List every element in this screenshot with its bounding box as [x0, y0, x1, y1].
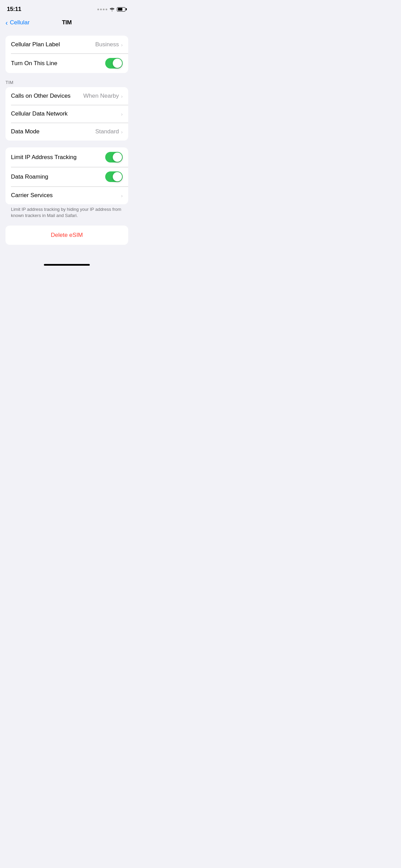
delete-group: Delete eSIM [0, 226, 134, 245]
carrier-services-label: Carrier Services [11, 192, 53, 199]
plan-card: Cellular Plan Label Business › Turn On T… [5, 36, 128, 73]
cellular-data-network-label: Cellular Data Network [11, 110, 68, 117]
calls-on-other-devices-label: Calls on Other Devices [11, 93, 71, 99]
data-roaming-row[interactable]: Data Roaming [5, 167, 128, 186]
plan-group: Cellular Plan Label Business › Turn On T… [0, 36, 134, 73]
limit-ip-tracking-label: Limit IP Address Tracking [11, 154, 77, 161]
home-indicator [0, 257, 134, 269]
battery-icon [117, 7, 127, 12]
back-label: Cellular [10, 19, 30, 26]
delete-esim-label: Delete eSIM [51, 232, 83, 239]
plan-label-value: Business [95, 41, 119, 48]
data-network-chevron-icon: › [121, 111, 123, 117]
nav-bar: ‹ Cellular TIM [0, 16, 134, 30]
tim-section-label: TIM [0, 80, 134, 87]
cellular-plan-label: Cellular Plan Label [11, 41, 60, 48]
status-bar: 15:11 [0, 0, 134, 16]
back-chevron-icon: ‹ [5, 19, 8, 27]
data-mode-row[interactable]: Data Mode Standard › [5, 123, 128, 141]
data-mode-label: Data Mode [11, 128, 39, 135]
limit-ip-tracking-row[interactable]: Limit IP Address Tracking [5, 147, 128, 167]
delete-esim-row[interactable]: Delete eSIM [5, 226, 128, 245]
signal-dots-icon [97, 9, 107, 10]
data-mode-chevron-icon: › [121, 129, 123, 135]
back-button[interactable]: ‹ Cellular [5, 19, 29, 27]
data-roaming-toggle-knob [113, 172, 122, 181]
calls-chevron-icon: › [121, 93, 123, 99]
toggle-knob [113, 59, 122, 68]
tracking-card: Limit IP Address Tracking Data Roaming C… [5, 147, 128, 204]
data-mode-value: Standard [95, 128, 119, 135]
turn-on-line-row[interactable]: Turn On This Line [5, 53, 128, 73]
tracking-group: Limit IP Address Tracking Data Roaming C… [0, 147, 134, 219]
carrier-services-row[interactable]: Carrier Services › [5, 186, 128, 204]
turn-on-line-toggle[interactable] [105, 58, 123, 69]
tim-group: TIM Calls on Other Devices When Nearby ›… [0, 80, 134, 141]
calls-value: When Nearby [83, 93, 119, 99]
data-roaming-label: Data Roaming [11, 173, 48, 180]
carrier-services-chevron-icon: › [121, 193, 123, 198]
cellular-data-network-row[interactable]: Cellular Data Network › [5, 105, 128, 123]
tim-card: Calls on Other Devices When Nearby › Cel… [5, 87, 128, 141]
delete-card: Delete eSIM [5, 226, 128, 245]
content: Cellular Plan Label Business › Turn On T… [0, 30, 134, 257]
tracking-footer: Limit IP address tracking by hiding your… [0, 204, 134, 219]
data-roaming-toggle[interactable] [105, 171, 123, 182]
cellular-plan-label-row[interactable]: Cellular Plan Label Business › [5, 36, 128, 53]
status-icons [97, 7, 127, 12]
limit-ip-toggle-knob [113, 153, 122, 162]
wifi-icon [109, 7, 115, 11]
page-title: TIM [62, 19, 72, 26]
status-time: 15:11 [7, 6, 21, 13]
turn-on-line-label: Turn On This Line [11, 60, 57, 67]
limit-ip-toggle[interactable] [105, 152, 123, 162]
plan-label-chevron-icon: › [121, 42, 123, 48]
calls-on-other-devices-row[interactable]: Calls on Other Devices When Nearby › [5, 87, 128, 105]
home-bar [44, 264, 90, 266]
